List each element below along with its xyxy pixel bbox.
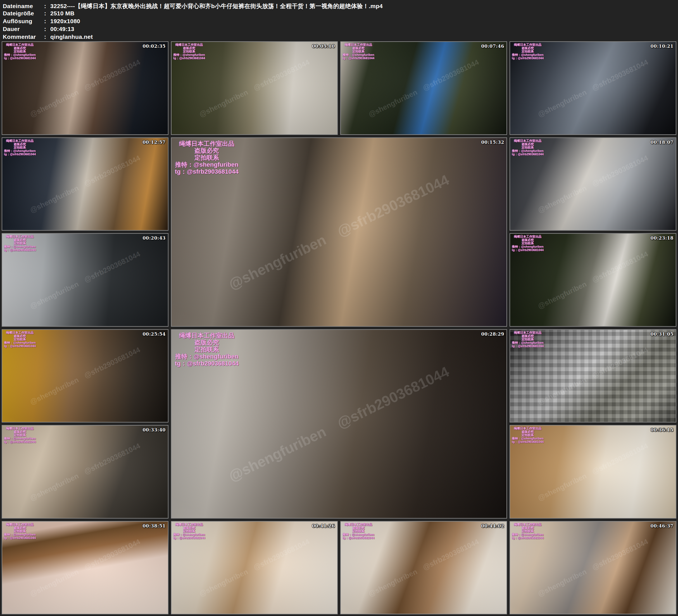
diagonal-watermark: @shengfuriben @sfrb2903681044 [2, 41, 168, 135]
timestamp-overlay: 00:05:10 [312, 44, 335, 49]
video-thumbnail-13[interactable]: 绳缚日本工作室出品盗版必究定拍联系推特：@shengfuribentg：@sfr… [2, 425, 168, 518]
diagonal-watermark: @shengfuriben @sfrb2903681044 [510, 41, 676, 135]
meta-separator: : [44, 34, 50, 40]
studio-watermark: 绳缚日本工作室出品盗版必究定拍联系推特：@shengfuribentg：@sfr… [175, 332, 238, 367]
studio-watermark: 绳缚日本工作室出品盗版必究定拍联系推特：@shengfuribentg：@sfr… [4, 235, 36, 252]
video-thumbnail-9[interactable]: 绳缚日本工作室出品盗版必究定拍联系推特：@shengfuribentg：@sfr… [510, 233, 676, 327]
timestamp-overlay: 00:20:43 [143, 235, 166, 241]
timestamp-overlay: 00:12:57 [143, 140, 166, 145]
video-thumbnail-15[interactable]: 绳缚日本工作室出品盗版必究定拍联系推特：@shengfuribentg：@sfr… [2, 521, 168, 615]
meta-label: Dauer [3, 26, 44, 32]
timestamp-overlay: 00:41:26 [312, 523, 335, 529]
diagonal-watermark: @shengfuriben @sfrb2903681044 [171, 329, 507, 518]
video-thumbnail-10[interactable]: 绳缚日本工作室出品盗版必究定拍联系推特：@shengfuribentg：@sfr… [2, 329, 168, 423]
video-thumbnail-8[interactable]: 绳缚日本工作室出品盗版必究定拍联系推特：@shengfuribentg：@sfr… [2, 233, 168, 327]
studio-watermark: 绳缚日本工作室出品盗版必究定拍联系推特：@shengfuribentg：@sfr… [4, 139, 36, 156]
timestamp-overlay: 00:31:05 [650, 332, 674, 337]
diagonal-watermark: @shengfuriben @sfrb2903681044 [510, 425, 676, 518]
studio-watermark: 绳缚日本工作室出品盗版必究定拍联系推特：@shengfuribentg：@sfr… [4, 427, 36, 444]
timestamp-overlay: 00:18:07 [650, 140, 674, 145]
thumbnail-grid: 绳缚日本工作室出品盗版必究定拍联系推特：@shengfuribentg：@sfr… [0, 41, 678, 616]
studio-watermark: 绳缚日本工作室出品盗版必究定拍联系推特：@shengfuribentg：@sfr… [512, 235, 543, 252]
timestamp-overlay: 00:10:21 [650, 44, 674, 49]
duration-value: 00:49:13 [50, 26, 678, 32]
video-thumbnail-18[interactable]: 绳缚日本工作室出品盗版必究定拍联系推特：@shengfuribentg：@sfr… [510, 521, 676, 615]
resolution-value: 1920x1080 [50, 18, 678, 25]
video-thumbnail-5[interactable]: 绳缚日本工作室出品盗版必究定拍联系推特：@shengfuribentg：@sfr… [2, 138, 168, 231]
meta-row-dateiname: Dateiname : 32252----【绳缚日本】东京夜晚外出挑战！超可爱小… [3, 2, 678, 10]
meta-label: Auflösung [3, 18, 44, 25]
studio-watermark: 绳缚日本工作室出品盗版必究定拍联系推特：@shengfuribentg：@sfr… [512, 43, 543, 60]
meta-row-aufloesung: Auflösung : 1920x1080 [3, 18, 678, 26]
studio-watermark: 绳缚日本工作室出品盗版必究定拍联系推特：@shengfuribentg：@sfr… [4, 43, 36, 60]
studio-watermark: 绳缚日本工作室出品盗版必究定拍联系推特：@shengfuribentg：@sfr… [173, 523, 205, 539]
video-thumbnail-16[interactable]: 绳缚日本工作室出品盗版必究定拍联系推特：@shengfuribentg：@sfr… [171, 521, 338, 615]
diagonal-watermark: @shengfuriben @sfrb2903681044 [510, 233, 676, 327]
video-thumbnail-2[interactable]: 绳缚日本工作室出品盗版必究定拍联系推特：@shengfuribentg：@sfr… [171, 41, 338, 135]
studio-watermark: 绳缚日本工作室出品盗版必究定拍联系推特：@shengfuribentg：@sfr… [173, 43, 205, 60]
diagonal-watermark: @shengfuriben @sfrb2903681044 [510, 521, 676, 615]
meta-separator: : [44, 18, 50, 25]
video-thumbnail-3[interactable]: 绳缚日本工作室出品盗版必究定拍联系推特：@shengfuribentg：@sfr… [340, 41, 507, 135]
studio-watermark: 绳缚日本工作室出品盗版必究定拍联系推特：@shengfuribentg：@sfr… [4, 331, 36, 348]
meta-separator: : [44, 3, 50, 9]
timestamp-overlay: 00:33:40 [143, 427, 166, 432]
timestamp-overlay: 00:07:46 [481, 44, 504, 49]
studio-watermark: 绳缚日本工作室出品盗版必究定拍联系推特：@shengfuribentg：@sfr… [512, 427, 543, 444]
video-thumbnail-7[interactable]: 绳缚日本工作室出品盗版必究定拍联系推特：@shengfuribentg：@sfr… [510, 138, 676, 231]
meta-row-dauer: Dauer : 00:49:13 [3, 26, 678, 34]
video-thumbnail-17[interactable]: 绳缚日本工作室出品盗版必究定拍联系推特：@shengfuribentg：@sfr… [340, 521, 507, 615]
video-thumbnail-14[interactable]: 绳缚日本工作室出品盗版必究定拍联系推特：@shengfuribentg：@sfr… [510, 425, 676, 518]
comment-value: qinglanhua.net [50, 34, 678, 40]
diagonal-watermark: @shengfuriben @sfrb2903681044 [171, 41, 338, 135]
timestamp-overlay: 00:28:29 [481, 332, 504, 337]
video-thumbnail-11-large[interactable]: 绳缚日本工作室出品盗版必究定拍联系推特：@shengfuribentg：@sfr… [171, 329, 507, 518]
file-size-value: 2510 MB [50, 10, 678, 17]
meta-label: Dateigröße [3, 10, 44, 17]
diagonal-watermark: @shengfuriben @sfrb2903681044 [340, 41, 507, 135]
meta-separator: : [44, 26, 50, 32]
meta-separator: : [44, 10, 50, 17]
diagonal-watermark: @shengfuriben @sfrb2903681044 [510, 329, 676, 423]
studio-watermark: 绳缚日本工作室出品盗版必究定拍联系推特：@shengfuribentg：@sfr… [175, 140, 238, 175]
meta-row-dateigroesse: Dateigröße : 2510 MB [3, 10, 678, 18]
studio-watermark: 绳缚日本工作室出品盗版必究定拍联系推特：@shengfuribentg：@sfr… [342, 523, 374, 539]
video-thumbnail-6-large[interactable]: 绳缚日本工作室出品盗版必究定拍联系推特：@shengfuribentg：@sfr… [171, 138, 507, 327]
timestamp-overlay: 00:36:15 [650, 427, 674, 432]
timestamp-overlay: 00:15:32 [481, 140, 504, 145]
diagonal-watermark: @shengfuriben @sfrb2903681044 [2, 233, 168, 327]
diagonal-watermark: @shengfuriben @sfrb2903681044 [171, 521, 338, 615]
file-info-header: Dateiname : 32252----【绳缚日本】东京夜晚外出挑战！超可爱小… [0, 0, 678, 41]
video-thumbnail-12[interactable]: 绳缚日本工作室出品盗版必究定拍联系推特：@shengfuribentg：@sfr… [510, 329, 676, 423]
meta-label: Dateiname [3, 3, 44, 9]
meta-row-kommentar: Kommentar : qinglanhua.net [3, 34, 678, 41]
contact-sheet: { "header": { "sep": ":", "fields": [ { … [0, 0, 678, 616]
timestamp-overlay: 00:25:54 [143, 332, 166, 337]
file-name-value: 32252----【绳缚日本】东京夜晚外出挑战！超可爱小背心和齐b小牛仔短裤在街… [50, 2, 678, 10]
meta-label: Kommentar [3, 34, 44, 40]
diagonal-watermark: @shengfuriben @sfrb2903681044 [510, 138, 676, 231]
studio-watermark: 绳缚日本工作室出品盗版必究定拍联系推特：@shengfuribentg：@sfr… [512, 331, 543, 348]
timestamp-overlay: 00:46:37 [650, 523, 674, 529]
studio-watermark: 绳缚日本工作室出品盗版必究定拍联系推特：@shengfuribentg：@sfr… [512, 139, 543, 156]
diagonal-watermark: @shengfuriben @sfrb2903681044 [340, 521, 507, 615]
diagonal-watermark: @shengfuriben @sfrb2903681044 [2, 329, 168, 423]
video-thumbnail-4[interactable]: 绳缚日本工作室出品盗版必究定拍联系推特：@shengfuribentg：@sfr… [510, 41, 676, 135]
timestamp-overlay: 00:23:18 [650, 235, 674, 241]
timestamp-overlay: 00:44:02 [481, 523, 504, 529]
diagonal-watermark: @shengfuriben @sfrb2903681044 [2, 425, 168, 518]
studio-watermark: 绳缚日本工作室出品盗版必究定拍联系推特：@shengfuribentg：@sfr… [512, 523, 543, 539]
diagonal-watermark: @shengfuriben @sfrb2903681044 [171, 138, 507, 327]
diagonal-watermark: @shengfuriben @sfrb2903681044 [2, 138, 168, 231]
video-thumbnail-1[interactable]: 绳缚日本工作室出品盗版必究定拍联系推特：@shengfuribentg：@sfr… [2, 41, 168, 135]
studio-watermark: 绳缚日本工作室出品盗版必究定拍联系推特：@shengfuribentg：@sfr… [342, 43, 374, 60]
studio-watermark: 绳缚日本工作室出品盗版必究定拍联系推特：@shengfuribentg：@sfr… [4, 523, 36, 539]
timestamp-overlay: 00:02:35 [143, 44, 166, 49]
diagonal-watermark: @shengfuriben @sfrb2903681044 [2, 521, 168, 615]
timestamp-overlay: 00:38:51 [143, 523, 166, 529]
